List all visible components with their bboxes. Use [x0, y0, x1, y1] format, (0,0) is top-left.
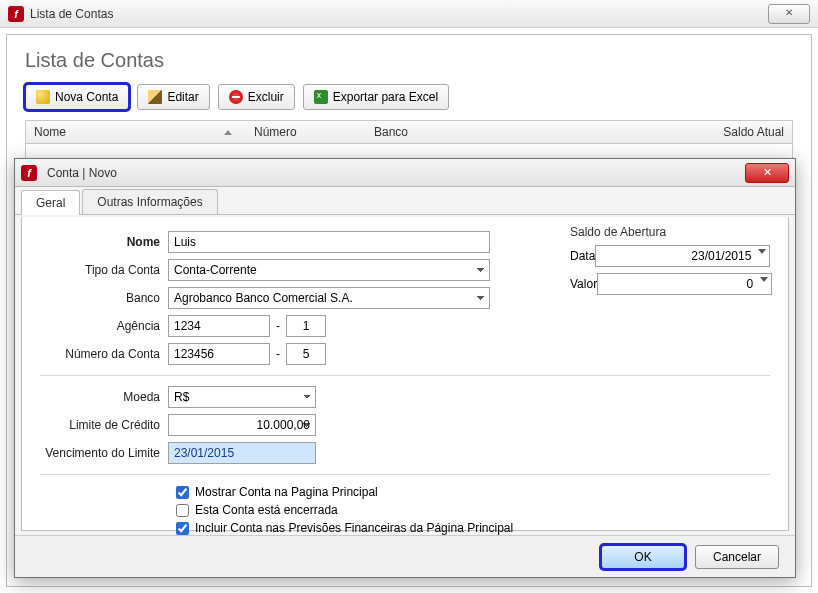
- toolbar: Nova Conta Editar Excluir Exportar para …: [25, 84, 793, 110]
- chevron-down-icon: [758, 249, 766, 254]
- tab-geral[interactable]: Geral: [21, 190, 80, 215]
- main-close-button[interactable]: ✕: [768, 4, 810, 24]
- dash: -: [276, 319, 280, 333]
- page-heading: Lista de Contas: [25, 49, 793, 72]
- saldo-abertura-title: Saldo de Abertura: [570, 225, 770, 239]
- col-header-banco[interactable]: Banco: [366, 125, 702, 139]
- tab-outras[interactable]: Outras Informações: [82, 189, 217, 214]
- grid-header: Nome Número Banco Saldo Atual: [25, 120, 793, 144]
- divider: [40, 375, 770, 376]
- sort-asc-icon: [224, 130, 232, 135]
- app-icon: f: [8, 6, 24, 22]
- main-window-title: Lista de Contas: [30, 7, 768, 21]
- col-header-saldo[interactable]: Saldo Atual: [702, 125, 792, 139]
- label-moeda: Moeda: [40, 390, 168, 404]
- label-numero: Número da Conta: [40, 347, 168, 361]
- exportar-button[interactable]: Exportar para Excel: [303, 84, 449, 110]
- checkbox-encerrada[interactable]: [176, 504, 189, 517]
- label-valor: Valor: [570, 277, 597, 291]
- label-data: Data: [570, 249, 595, 263]
- nova-conta-label: Nova Conta: [55, 90, 118, 104]
- valor-input[interactable]: [597, 273, 772, 295]
- edit-icon: [148, 90, 162, 104]
- checkbox-previsoes-label: Incluir Conta nas Previsões Financeiras …: [195, 521, 513, 535]
- numero-input[interactable]: [168, 343, 270, 365]
- conta-modal: f Conta | Novo ✕ Geral Outras Informaçõe…: [14, 158, 796, 578]
- modal-close-button[interactable]: ✕: [745, 163, 789, 183]
- col-nome-label: Nome: [34, 125, 66, 139]
- nome-input[interactable]: [168, 231, 490, 253]
- checkbox-mostrar[interactable]: [176, 486, 189, 499]
- editar-label: Editar: [167, 90, 198, 104]
- agencia-input[interactable]: [168, 315, 270, 337]
- label-agencia: Agência: [40, 319, 168, 333]
- tipo-select[interactable]: [168, 259, 490, 281]
- checkbox-previsoes[interactable]: [176, 522, 189, 535]
- nova-conta-button[interactable]: Nova Conta: [25, 84, 129, 110]
- label-venc: Vencimento do Limite: [40, 446, 168, 460]
- numero-dv-input[interactable]: [286, 343, 326, 365]
- modal-footer: OK Cancelar: [15, 535, 795, 577]
- form-area: Nome Tipo da Conta Banco Agência - Númer…: [21, 217, 789, 531]
- saldo-abertura-panel: Saldo de Abertura Data Valor: [570, 225, 770, 301]
- dash: -: [276, 347, 280, 361]
- modal-tabs: Geral Outras Informações: [15, 187, 795, 215]
- delete-icon: [229, 90, 243, 104]
- cancelar-button[interactable]: Cancelar: [695, 545, 779, 569]
- col-header-nome[interactable]: Nome: [26, 125, 246, 139]
- modal-titlebar: f Conta | Novo ✕: [15, 159, 795, 187]
- label-limite: Limite de Crédito: [40, 418, 168, 432]
- divider: [40, 474, 770, 475]
- agencia-dv-input[interactable]: [286, 315, 326, 337]
- chevron-down-icon: [760, 277, 768, 282]
- limite-input[interactable]: [168, 414, 316, 436]
- editar-button[interactable]: Editar: [137, 84, 209, 110]
- vencimento-input[interactable]: [168, 442, 316, 464]
- excluir-button[interactable]: Excluir: [218, 84, 295, 110]
- ok-button[interactable]: OK: [601, 545, 685, 569]
- moeda-select[interactable]: [168, 386, 316, 408]
- excel-icon: [314, 90, 328, 104]
- label-banco: Banco: [40, 291, 168, 305]
- data-input[interactable]: [595, 245, 770, 267]
- checkbox-encerrada-label: Esta Conta está encerrada: [195, 503, 338, 517]
- exportar-label: Exportar para Excel: [333, 90, 438, 104]
- app-icon: f: [21, 165, 37, 181]
- label-tipo: Tipo da Conta: [40, 263, 168, 277]
- checkbox-mostrar-label: Mostrar Conta na Pagina Principal: [195, 485, 378, 499]
- banco-select[interactable]: [168, 287, 490, 309]
- modal-title: Conta | Novo: [47, 166, 117, 180]
- main-titlebar: f Lista de Contas ✕: [0, 0, 818, 28]
- label-nome: Nome: [40, 235, 168, 249]
- col-header-numero[interactable]: Número: [246, 125, 366, 139]
- excluir-label: Excluir: [248, 90, 284, 104]
- new-icon: [36, 90, 50, 104]
